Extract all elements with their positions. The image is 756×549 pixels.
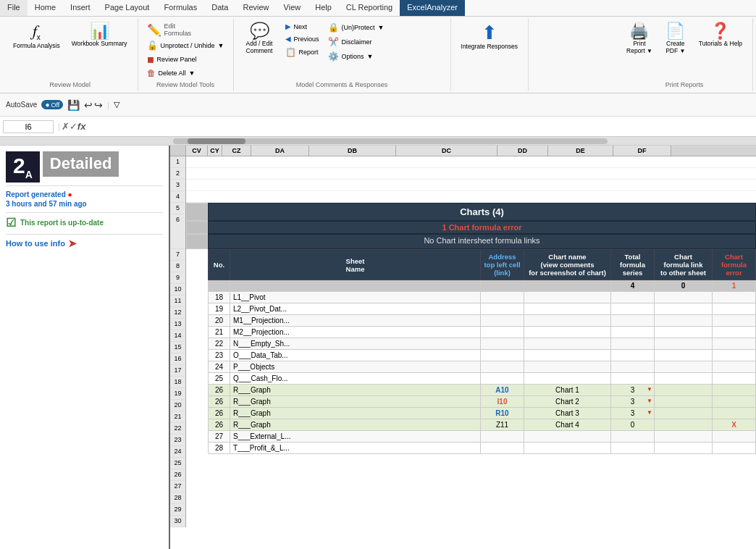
create-pdf-label: CreatePDF ▼ bbox=[665, 40, 685, 54]
edit-formulas-icon: ✏️ bbox=[147, 23, 161, 37]
tab-insert[interactable]: Insert bbox=[63, 0, 98, 16]
cell-22-total bbox=[611, 338, 655, 350]
cell-28-link bbox=[655, 443, 713, 454]
row-num-19: 19 bbox=[170, 388, 185, 400]
cell-18-link bbox=[655, 292, 713, 303]
cell-24-no: 24 bbox=[209, 361, 230, 373]
report-button[interactable]: 📋 Report bbox=[282, 46, 322, 59]
tab-data[interactable]: Data bbox=[204, 0, 235, 16]
col-header-dc: DC bbox=[396, 146, 497, 156]
tab-home[interactable]: Home bbox=[28, 0, 63, 16]
print-report-icon: 🖨️ bbox=[629, 23, 649, 39]
table-row-26-chart1: 26 R___Graph A10 Chart 1 3 ▼ bbox=[209, 385, 756, 396]
col-header-cv: CV bbox=[186, 146, 208, 156]
tutorials-button[interactable]: ❓ Tutorials & Help bbox=[694, 21, 747, 49]
delete-all-button[interactable]: 🗑 Delete All ▼ bbox=[144, 67, 227, 80]
cell-25-link bbox=[655, 373, 713, 385]
tab-view[interactable]: View bbox=[277, 0, 308, 16]
create-pdf-button[interactable]: 📄 CreatePDF ▼ bbox=[660, 21, 692, 56]
formula-input[interactable] bbox=[90, 122, 753, 131]
cell-26b-addr[interactable]: I10 bbox=[481, 396, 524, 408]
row-num-14: 14 bbox=[170, 330, 185, 342]
cell-20-chart bbox=[524, 315, 611, 327]
ribbon-tabs: File Home Insert Page Layout Formulas Da… bbox=[0, 0, 756, 17]
cell-22-chart bbox=[524, 338, 611, 350]
confirm-formula-icon[interactable]: ✓ bbox=[70, 121, 77, 132]
disclaimer-button[interactable]: ✂️ Disclaimer bbox=[325, 35, 387, 49]
unprotect-button[interactable]: 🔓 Unprotect / Unhide ▼ bbox=[144, 39, 227, 52]
delete-all-label: Delete All bbox=[159, 70, 186, 77]
next-button[interactable]: ▶ Next bbox=[282, 21, 322, 32]
tab-file[interactable]: File bbox=[0, 0, 28, 16]
options-dropdown-icon: ▼ bbox=[367, 53, 374, 60]
formula-analysis-label: Formula Analysis bbox=[13, 42, 60, 49]
cell-22-addr bbox=[481, 338, 524, 350]
integrate-button[interactable]: ⬆ Integrate Responses bbox=[457, 21, 522, 52]
charts-error-label: 1 Chart formula error bbox=[208, 221, 756, 234]
options-label: Options bbox=[342, 53, 364, 60]
options-button[interactable]: ⚙️ Options ▼ bbox=[325, 50, 387, 63]
edit-formulas-label: EditFormulas bbox=[164, 22, 192, 37]
ribbon-group-model-comments: 💬 Add / EditComment ▶ Next ◀ Previous 📋 … bbox=[234, 18, 451, 91]
cell-18-chart bbox=[524, 292, 611, 303]
review-panel-button[interactable]: ◼ Review Panel bbox=[144, 53, 227, 66]
workbook-summary-icon: 📊 bbox=[90, 23, 109, 39]
unprotect-label: Unprotect / Unhide bbox=[161, 42, 215, 49]
cell-18-total bbox=[611, 292, 655, 303]
cell-25-name: Q___Cash_Flo... bbox=[230, 373, 481, 385]
cell-27-total bbox=[611, 431, 655, 443]
tab-help[interactable]: Help bbox=[308, 0, 339, 16]
th-chart-name: Chart name(view commentsfor screenshot o… bbox=[524, 250, 611, 280]
previous-button[interactable]: ◀ Previous bbox=[282, 33, 322, 44]
more-commands-icon[interactable]: ▽ bbox=[114, 100, 119, 109]
cancel-formula-icon[interactable]: ✗ bbox=[62, 121, 70, 132]
tab-cl-reporting[interactable]: CL Reporting bbox=[339, 0, 400, 16]
table-row-18-l1pivot: 18 L1__Pivot bbox=[209, 292, 756, 303]
tab-formulas[interactable]: Formulas bbox=[156, 0, 204, 16]
tab-page-layout[interactable]: Page Layout bbox=[98, 0, 157, 16]
cell-26a-total: 3 ▼ bbox=[611, 385, 655, 396]
cell-26a-addr[interactable]: A10 bbox=[481, 385, 524, 396]
cell-22-error bbox=[713, 338, 756, 350]
cell-19-error bbox=[713, 303, 756, 315]
ribbon-content: 𝑓x Formula Analysis 📊 Workbook Summary R… bbox=[0, 17, 756, 93]
autosave-toggle[interactable]: ● Off bbox=[41, 100, 63, 109]
add-edit-comment-button[interactable]: 💬 Add / EditComment bbox=[240, 21, 280, 56]
cell-reference-input[interactable] bbox=[3, 120, 54, 133]
cell-28-error bbox=[713, 443, 756, 454]
edit-formulas-button[interactable]: ✏️ EditFormulas bbox=[144, 21, 227, 38]
cell-26b-name: R___Graph bbox=[230, 396, 481, 408]
empty-row-1 bbox=[186, 156, 756, 168]
ribbon-group-integrate: ⬆ Integrate Responses bbox=[451, 18, 529, 91]
tab-review[interactable]: Review bbox=[235, 0, 276, 16]
report-label: Report bbox=[299, 49, 319, 56]
workbook-summary-button[interactable]: 📊 Workbook Summary bbox=[67, 21, 132, 49]
row-num-16: 16 bbox=[170, 353, 185, 365]
separator-1: | bbox=[107, 101, 109, 109]
col-header-cy: CY bbox=[208, 146, 222, 156]
save-icon[interactable]: 💾 bbox=[67, 99, 80, 111]
unprotect2-button[interactable]: 🔒 (Un)Protect ▼ bbox=[325, 21, 387, 34]
how-to-button[interactable]: How to use info ➤ bbox=[6, 238, 163, 249]
undo-button[interactable]: ↩ bbox=[84, 99, 93, 111]
unprotect2-label: (Un)Protect bbox=[342, 24, 375, 31]
how-to-label: How to use info bbox=[6, 239, 65, 248]
workbook-summary-label: Workbook Summary bbox=[72, 40, 127, 47]
cell-21-name: M2__Projection... bbox=[230, 327, 481, 338]
cell-27-addr bbox=[481, 431, 524, 443]
tab-excel-analyzer[interactable]: ExcelAnalyzer bbox=[400, 0, 465, 16]
integrate-icon: ⬆ bbox=[482, 23, 497, 42]
cell-26a-no: 26 bbox=[209, 385, 230, 396]
row-num-30: 30 bbox=[170, 516, 185, 527]
cell-22-no: 22 bbox=[209, 338, 230, 350]
cell-26c-addr[interactable]: R10 bbox=[481, 408, 524, 419]
print-report-button[interactable]: 🖨️ PrintReport ▼ bbox=[622, 21, 657, 56]
formula-analysis-button[interactable]: 𝑓x Formula Analysis bbox=[9, 21, 64, 51]
cell-21-link bbox=[655, 327, 713, 338]
review-panel-label: Review Panel bbox=[157, 56, 197, 63]
table-with-rows: 1 2 3 4 5 6 7 8 9 10 11 12 13 14 15 16 1… bbox=[170, 156, 756, 527]
summary-total: 4 bbox=[611, 280, 655, 292]
row-num-28: 28 bbox=[170, 493, 185, 504]
summary-error: 1 bbox=[713, 280, 756, 292]
redo-button[interactable]: ↪ bbox=[94, 99, 103, 111]
